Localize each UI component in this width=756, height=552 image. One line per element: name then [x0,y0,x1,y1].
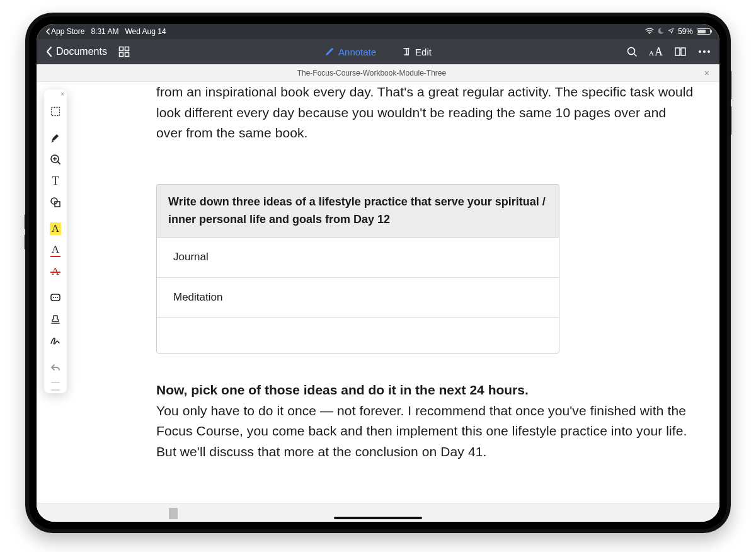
text-tool[interactable]: T [47,173,64,189]
svg-rect-1 [119,47,123,51]
signature-tool[interactable] [47,333,64,349]
shape-tool[interactable] [47,194,64,210]
annotate-label: Annotate [338,47,376,57]
page-thumbnail[interactable] [169,508,178,519]
pencil-icon [324,47,335,57]
close-tab-button[interactable]: × [701,68,713,78]
edit-mode-button[interactable]: Edit [401,47,432,57]
text-cursor-icon [401,47,411,57]
palette-grip[interactable] [51,382,60,383]
svg-point-15 [53,297,54,298]
annotate-mode-button[interactable]: Annotate [324,47,376,57]
svg-point-12 [51,198,57,204]
back-to-app[interactable]: App Store [45,27,84,36]
highlighter-tool[interactable] [47,130,64,146]
nav-bar: Documents Annotate Edit [37,39,719,64]
tab-bar: The-Focus-Course-Workbook-Module-Three × [37,64,719,82]
status-date: Wed Aug 14 [125,27,166,36]
note-tool[interactable] [47,290,64,306]
location-icon [668,27,674,36]
battery-pct: 59% [678,27,693,36]
paragraph: You only have to do it once — not foreve… [156,401,694,463]
svg-point-9 [707,50,710,53]
edit-label: Edit [415,47,432,57]
status-time: 8:31 AM [91,27,118,36]
moon-icon [658,27,664,36]
svg-point-0 [649,33,650,34]
document-tab-title[interactable]: The-Focus-Course-Workbook-Module-Three [43,69,701,78]
back-button[interactable]: Documents [45,46,107,57]
bold-instruction: Now, pick one of those ideas and do it i… [156,380,694,401]
svg-rect-2 [125,47,129,51]
back-to-app-label: App Store [51,27,84,36]
battery-icon [697,28,711,35]
highlight-text-tool[interactable]: A [47,221,64,237]
screen: App Store 8:31 AM Wed Aug 14 59% [37,24,719,522]
palette-grip[interactable] [51,389,60,391]
svg-rect-4 [125,53,129,57]
document-body[interactable]: from an inspirational book every day. Th… [156,82,694,503]
svg-point-16 [55,297,56,298]
back-button-label: Documents [56,46,107,57]
table-header: Write down three ideas of a lifestyle pr… [157,185,559,238]
svg-rect-10 [52,108,60,116]
svg-point-17 [57,297,58,298]
strikethrough-text-tool[interactable]: A [47,263,64,280]
canvas[interactable]: × T A [37,82,719,522]
table-row[interactable]: Journal [157,238,559,277]
table-row[interactable]: Meditation [157,278,559,318]
svg-point-7 [699,50,701,53]
search-button[interactable] [626,46,638,57]
palette-close-button[interactable]: × [60,91,64,98]
text-size-button[interactable]: AA [649,45,663,59]
annotation-palette[interactable]: × T A [44,89,67,393]
undo-button[interactable] [47,359,64,376]
status-bar: App Store 8:31 AM Wed Aug 14 59% [37,24,719,39]
reader-view-button[interactable] [674,47,687,57]
stamp-tool[interactable] [47,311,64,328]
ipad-frame: App Store 8:31 AM Wed Aug 14 59% [25,13,731,533]
table-row[interactable] [157,318,559,353]
paragraph: from an inspirational book every day. Th… [156,82,694,144]
grid-view-button[interactable] [118,46,130,57]
home-indicator[interactable] [334,517,422,519]
svg-point-6 [628,48,635,55]
svg-rect-3 [119,53,123,57]
underline-text-tool[interactable]: A [47,242,64,258]
svg-rect-5 [408,48,408,55]
practice-table: Write down three ideas of a lifestyle pr… [156,184,559,354]
more-button[interactable] [698,50,711,54]
select-tool[interactable] [47,103,64,120]
wifi-icon [645,27,654,36]
loupe-tool[interactable] [47,151,64,168]
svg-point-8 [703,50,706,53]
